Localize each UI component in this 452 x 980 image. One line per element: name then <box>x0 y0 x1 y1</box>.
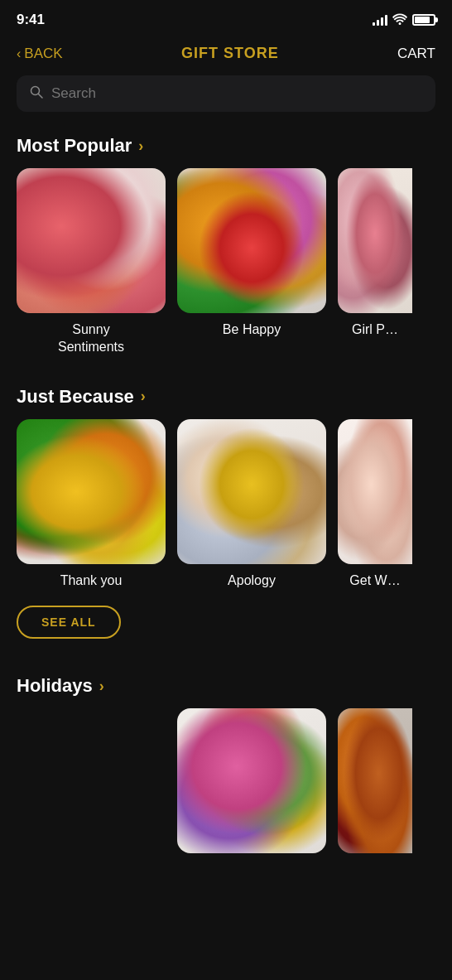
section-most-popular: Most Popular › SunnySentiments Be Happy … <box>0 125 452 376</box>
card-getw-label: Get W… <box>349 572 400 590</box>
card-holiday2[interactable] <box>177 708 326 862</box>
card-happy-image <box>177 168 326 313</box>
card-sunny-image <box>17 168 166 313</box>
card-happy-label: Be Happy <box>223 321 281 339</box>
just-because-cards: Thank you Apology Get W… <box>0 419 452 603</box>
card-holiday1[interactable] <box>17 708 166 862</box>
card-getw-image <box>338 419 412 564</box>
card-thankyou-label: Thank you <box>60 572 123 590</box>
just-because-arrow-icon: › <box>141 388 146 405</box>
card-holiday1-image <box>17 708 166 853</box>
card-holiday2-image <box>177 708 326 853</box>
card-getw[interactable]: Get W… <box>338 419 412 590</box>
status-icons <box>373 13 435 27</box>
card-thankyou-image <box>17 419 166 564</box>
cart-button[interactable]: CART <box>397 46 435 62</box>
search-bar[interactable] <box>17 75 435 112</box>
search-container <box>0 75 452 125</box>
most-popular-header[interactable]: Most Popular › <box>0 135 452 168</box>
card-thankyou[interactable]: Thank you <box>17 419 166 590</box>
card-sunny[interactable]: SunnySentiments <box>17 168 166 356</box>
most-popular-arrow-icon: › <box>138 138 143 155</box>
section-just-because: Just Because › Thank you Apology Get W… … <box>0 376 452 666</box>
just-because-title: Just Because <box>17 386 134 408</box>
holidays-arrow-icon: › <box>99 678 104 695</box>
svg-line-1 <box>39 94 43 99</box>
see-all-container: SEE ALL <box>0 602 452 659</box>
card-sunny-label: SunnySentiments <box>58 321 124 356</box>
status-bar: 9:41 <box>0 0 452 36</box>
nav-bar: ‹ BACK GIFT STORE CART <box>0 36 452 75</box>
card-holiday3-image <box>338 708 412 853</box>
section-holidays: Holidays › <box>0 665 452 881</box>
holidays-cards <box>0 708 452 875</box>
card-apology-label: Apology <box>228 572 276 590</box>
just-because-header[interactable]: Just Because › <box>0 386 452 419</box>
holidays-header[interactable]: Holidays › <box>0 675 452 708</box>
card-happy[interactable]: Be Happy <box>177 168 326 356</box>
card-apology[interactable]: Apology <box>177 419 326 590</box>
card-apology-image <box>177 419 326 564</box>
holidays-title: Holidays <box>17 675 93 697</box>
status-time: 9:41 <box>17 12 45 28</box>
card-holiday3[interactable] <box>338 708 412 862</box>
most-popular-cards: SunnySentiments Be Happy Girl P… <box>0 168 452 369</box>
card-girlp-image <box>338 168 412 313</box>
search-icon <box>30 85 43 102</box>
card-girlp-label: Girl P… <box>352 321 398 339</box>
signal-icon <box>373 14 387 26</box>
most-popular-title: Most Popular <box>17 135 132 157</box>
wifi-icon <box>392 13 407 27</box>
search-input[interactable] <box>51 85 422 102</box>
chevron-left-icon: ‹ <box>17 46 21 61</box>
back-label: BACK <box>24 46 62 62</box>
page-title: GIFT STORE <box>181 45 279 62</box>
battery-icon <box>412 14 435 26</box>
card-girlp[interactable]: Girl P… <box>338 168 412 356</box>
back-button[interactable]: ‹ BACK <box>17 46 63 62</box>
see-all-button[interactable]: SEE ALL <box>17 606 121 639</box>
